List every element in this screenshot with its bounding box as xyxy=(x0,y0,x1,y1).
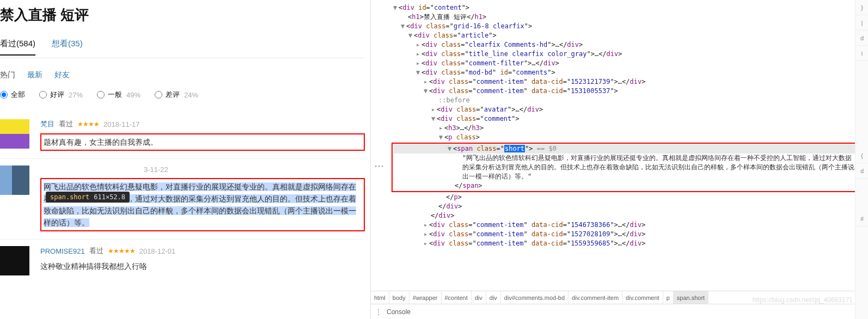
highlighted-node-box: ▼<span class="short"> == $0 "网飞出品的软色情软科幻… xyxy=(392,143,861,192)
radio-all[interactable] xyxy=(0,91,8,99)
tab-watched[interactable]: 看过(584) xyxy=(0,35,35,56)
caret-icon[interactable]: ▸ xyxy=(416,59,421,68)
caret-icon[interactable]: ▸ xyxy=(424,220,429,230)
gutter-dots[interactable]: ••• xyxy=(371,163,384,169)
caret-icon[interactable]: ▼ xyxy=(439,133,444,142)
username[interactable]: 梵目 xyxy=(40,119,54,129)
element-tooltip: span.short611×52.8 xyxy=(46,192,130,203)
username[interactable]: PROMISE921 xyxy=(40,247,85,255)
caret-icon[interactable]: ▸ xyxy=(424,77,429,87)
crumb[interactable]: div xyxy=(472,291,486,304)
filter-negative[interactable]: 差评24% xyxy=(155,90,198,100)
filter-neutral[interactable]: 一般49% xyxy=(97,90,140,100)
crumb[interactable]: #content xyxy=(442,291,472,304)
comment-text: 这种敬业精神搞得我都想入行咯 xyxy=(40,260,365,272)
side-icon[interactable]: { xyxy=(855,148,868,163)
kebab-icon[interactable]: ⋮ xyxy=(375,308,382,316)
tooltip-selector: span.short xyxy=(50,193,89,201)
tooltip-dims: 611×52.8 xyxy=(94,193,125,201)
radio-neg[interactable] xyxy=(155,91,162,99)
caret-icon[interactable]: ▼ xyxy=(393,3,399,13)
sort-tabs: 热门 最新 好友 xyxy=(0,70,365,80)
crumb[interactable]: div.comment xyxy=(622,291,663,304)
devtools-side-icons: } | d i { d # xyxy=(855,0,868,319)
subtab-friend[interactable]: 好友 xyxy=(54,70,70,80)
crumb[interactable]: #wrapper xyxy=(409,291,442,304)
node-text: "网飞出品的软色情软科幻悬疑电影，对直播行业的展现还挺专业的。真相就是虚拟网络间… xyxy=(394,154,859,181)
page-title: 禁入直播 短评 xyxy=(0,5,365,24)
watch-action: 看过 xyxy=(59,119,73,129)
comment-date: 2018-12-01 xyxy=(139,247,176,255)
caret-icon[interactable]: ▼ xyxy=(416,68,421,77)
tab-wantwatch[interactable]: 想看(35) xyxy=(52,35,83,56)
caret-icon[interactable]: ▼ xyxy=(401,22,406,31)
crumb[interactable]: div.comment-item xyxy=(569,291,622,304)
crumb[interactable]: div#comments.mod-bd xyxy=(501,291,569,304)
caret-icon[interactable]: ▼ xyxy=(448,144,453,154)
comment-item: PROMISE921 看过 ★★★★★ 2018-12-01 这种敬业精神搞得我… xyxy=(0,240,365,283)
side-icon[interactable]: d xyxy=(855,30,868,46)
filter-all[interactable]: 全部 xyxy=(0,90,25,100)
filter-positive[interactable]: 好评27% xyxy=(39,90,83,100)
main-tabs: 看过(584) 想看(35) xyxy=(0,35,365,58)
watch-action: 看过 xyxy=(89,246,103,256)
comment-date: 3-11-22 xyxy=(144,165,168,174)
avatar[interactable] xyxy=(0,246,29,275)
caret-icon[interactable]: ▸ xyxy=(416,40,421,50)
console-drawer[interactable]: ⋮ Console xyxy=(371,304,868,319)
crumb-selected[interactable]: span.short xyxy=(674,291,708,304)
devtools-pane: ••• ▼<div id="content"> <h1>禁入直播 短评</h1>… xyxy=(370,0,868,319)
caret-icon[interactable]: ▸ xyxy=(439,124,444,133)
side-icon[interactable]: } xyxy=(855,0,868,15)
caret-icon[interactable]: ▼ xyxy=(408,31,414,40)
side-icon[interactable]: # xyxy=(855,211,868,226)
console-label[interactable]: Console xyxy=(387,308,411,316)
crumb[interactable]: div xyxy=(486,291,501,304)
side-icon[interactable]: d xyxy=(855,163,868,179)
caret-icon[interactable]: ▼ xyxy=(431,114,437,124)
selected-node[interactable]: ▼<span class="short"> == $0 xyxy=(394,144,859,154)
crumb[interactable]: body xyxy=(389,291,409,304)
caret-icon[interactable]: ▸ xyxy=(424,239,429,248)
avatar[interactable] xyxy=(0,119,29,149)
caret-icon[interactable]: ▸ xyxy=(416,50,421,59)
side-icon[interactable]: i xyxy=(855,46,868,61)
caret-icon[interactable]: ▼ xyxy=(424,87,429,96)
radio-pos[interactable] xyxy=(39,91,47,99)
watermark: https://blog.csdn.net/qq_40693171 xyxy=(753,296,853,304)
elements-tree[interactable]: ▼<div id="content"> <h1>禁入直播 短评</h1> ▼<d… xyxy=(371,0,868,291)
star-rating: ★★★★ xyxy=(77,120,99,128)
side-icon[interactable]: | xyxy=(855,15,868,30)
subtab-hot[interactable]: 热门 xyxy=(0,70,15,80)
caret-icon[interactable]: ▸ xyxy=(431,105,437,114)
comment-text: 题材真有趣，女主播的自我养成。 xyxy=(40,133,365,151)
comment-date: 2018-11-17 xyxy=(103,120,140,128)
radio-mid[interactable] xyxy=(97,91,105,99)
comment-text: 网飞出品的软色情软科幻悬疑电影，对直播行业的展现还挺专业的。真相就是虚拟网络间存… xyxy=(40,178,365,231)
avatar[interactable] xyxy=(0,165,29,195)
crumb[interactable]: p xyxy=(663,291,674,304)
webpage-pane: 禁入直播 短评 看过(584) 想看(35) 热门 最新 好友 全部 好评27%… xyxy=(0,0,370,319)
rating-filters: 全部 好评27% 一般49% 差评24% xyxy=(0,90,365,100)
comment-item: 梵目 看过 ★★★★ 2018-11-17 题材真有趣，女主播的自我养成。 xyxy=(0,113,365,159)
star-rating: ★★★★★ xyxy=(108,247,135,255)
crumb[interactable]: html xyxy=(371,291,389,304)
caret-icon[interactable]: ▸ xyxy=(424,230,429,239)
subtab-new[interactable]: 最新 xyxy=(27,70,42,80)
